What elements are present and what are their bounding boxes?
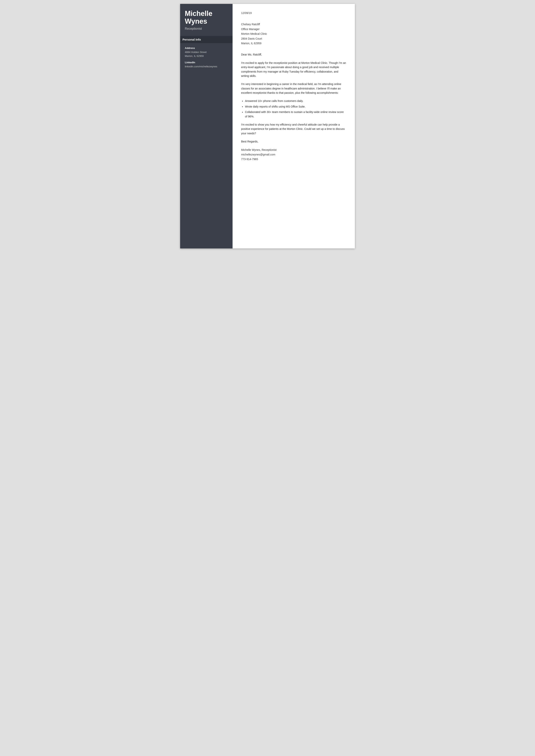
linkedin-value: linkedin.com/michellezwynes — [185, 65, 228, 69]
linkedin-label: LinkedIn — [185, 61, 228, 64]
paragraph-1: I'm excited to apply for the receptionis… — [241, 61, 346, 78]
recipient-company: Morton Medical Clinic — [241, 32, 346, 36]
signature-name: Michelle Wynes, Receptionist — [241, 148, 346, 152]
signature-block: Michelle Wynes, Receptionist michellezwy… — [241, 148, 346, 161]
recipient-name: Chelsey Ratcliff — [241, 22, 346, 26]
recipient-block: Chelsey Ratcliff Office Manager Morton M… — [241, 22, 346, 45]
list-item: Wrote daily reports of shifts using MS O… — [245, 104, 346, 109]
applicant-title: Receptionist — [185, 27, 228, 31]
bullet-list: Answered 10+ phone calls from customers … — [241, 99, 346, 119]
address-label: Address — [185, 46, 228, 49]
recipient-address: 2804 Davis Court — [241, 37, 346, 41]
recipient-city: Marion, IL 62959 — [241, 41, 346, 45]
document: Michelle Wynes Receptionist Personal Inf… — [180, 4, 355, 248]
date: 12/09/19 — [241, 11, 346, 15]
paragraph-2: I'm very interested in beginning a caree… — [241, 82, 346, 95]
address-value: 4884 Holden Street Marion, IL 62959 — [185, 50, 228, 58]
closing: Best Regards, — [241, 139, 346, 144]
salutation: Dear Ms. Ratcliff, — [241, 52, 346, 57]
recipient-title: Office Manager — [241, 27, 346, 31]
list-item: Answered 10+ phone calls from customers … — [245, 99, 346, 103]
paragraph-3: I'm excited to show you how my efficienc… — [241, 123, 346, 135]
main-content: 12/09/19 Chelsey Ratcliff Office Manager… — [233, 4, 355, 248]
signature-email: michellezwynes@gmail.com — [241, 153, 346, 156]
sidebar: Michelle Wynes Receptionist Personal Inf… — [180, 4, 233, 248]
personal-info-header: Personal Info — [180, 36, 233, 43]
list-item: Collaborated with 30+ team members to su… — [245, 110, 346, 119]
applicant-name: Michelle Wynes — [185, 10, 228, 25]
signature-phone: 773-914-7965 — [241, 157, 346, 161]
